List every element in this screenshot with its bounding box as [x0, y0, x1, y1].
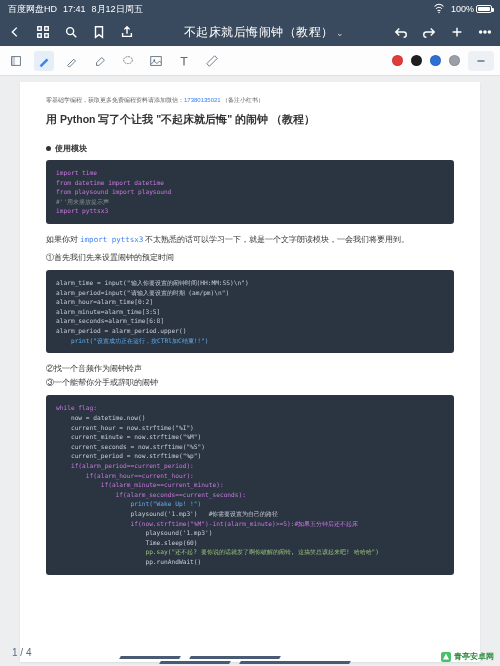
- image-tool-icon[interactable]: [146, 51, 166, 71]
- ruler-tool-icon[interactable]: [202, 51, 222, 71]
- more-icon[interactable]: [476, 23, 494, 41]
- step-2: ②找一个音频作为闹钟铃声: [46, 363, 454, 375]
- step-1: ①首先我们先来设置闹钟的预定时间: [46, 252, 454, 264]
- svg-point-0: [438, 12, 440, 14]
- search-icon[interactable]: [62, 23, 80, 41]
- svg-rect-2: [45, 27, 49, 31]
- grid-icon[interactable]: [34, 23, 52, 41]
- redo-button[interactable]: [420, 23, 438, 41]
- tab-tool-icon[interactable]: [6, 51, 26, 71]
- svg-point-6: [480, 31, 482, 33]
- step-3: ③一个能帮你分手或辞职的闹钟: [46, 377, 454, 389]
- pen-tool-icon[interactable]: [34, 51, 54, 71]
- doc-meta: 零基础学编程，获取更多免费编程资料请添加微信：17380135021 （备注小红…: [46, 96, 454, 105]
- svg-rect-3: [38, 34, 42, 38]
- battery-icon: [476, 5, 492, 13]
- undo-button[interactable]: [392, 23, 410, 41]
- add-button[interactable]: [448, 23, 466, 41]
- color-black[interactable]: [411, 55, 422, 66]
- page-viewport[interactable]: 零基础学编程，获取更多免费编程资料请添加微信：17380135021 （备注小红…: [0, 76, 500, 666]
- doc-heading: 用 Python 写了个让我 "不起床就后悔" 的闹钟 （教程）: [46, 113, 454, 127]
- color-red[interactable]: [392, 55, 403, 66]
- section-title-1: 使用模块: [46, 143, 454, 154]
- svg-point-7: [484, 31, 486, 33]
- app-name: 百度网盘HD: [8, 3, 57, 16]
- text-tool-icon[interactable]: [174, 51, 194, 71]
- wifi-icon: [433, 2, 445, 16]
- titlebar-left: [6, 23, 136, 41]
- code-block-3: while flag: now = datetime.now() current…: [46, 395, 454, 574]
- svg-rect-4: [45, 34, 49, 38]
- paragraph-1: 如果你对 import pyttsx3 不太熟悉的话可以学习一下，就是一个文字朗…: [46, 234, 454, 246]
- battery-pct: 100%: [451, 4, 474, 14]
- page-number: 1 / 4: [12, 647, 31, 658]
- svg-point-11: [124, 56, 133, 63]
- battery-indicator: 100%: [451, 4, 492, 14]
- share-icon[interactable]: [118, 23, 136, 41]
- svg-point-8: [488, 31, 490, 33]
- color-blue[interactable]: [430, 55, 441, 66]
- status-time: 17:41: [63, 4, 86, 14]
- lasso-tool-icon[interactable]: [118, 51, 138, 71]
- bookmark-icon[interactable]: [90, 23, 108, 41]
- code-block-2: alarm_time = input("输入你要设置的闹钟时间(HH:MM:SS…: [46, 270, 454, 353]
- color-gray[interactable]: [449, 55, 460, 66]
- eraser-tool-icon[interactable]: [90, 51, 110, 71]
- status-left: 百度网盘HD 17:41 8月12日周五: [8, 3, 143, 16]
- titlebar-right: [392, 23, 494, 41]
- status-bar: 百度网盘HD 17:41 8月12日周五 100%: [0, 0, 500, 18]
- title-bar: 不起床就后悔闹钟（教程）⌄: [0, 18, 500, 46]
- status-date: 8月12日周五: [92, 3, 143, 16]
- annotation-toolbar: [0, 46, 500, 76]
- svg-rect-1: [38, 27, 42, 31]
- status-right: 100%: [433, 2, 492, 16]
- document-title: 不起床就后悔闹钟（教程）⌄: [136, 24, 392, 41]
- svg-rect-10: [12, 56, 16, 65]
- highlighter-tool-icon[interactable]: [62, 51, 82, 71]
- watermark: 青亭安卓网: [441, 651, 494, 662]
- watermark-icon: [441, 652, 451, 662]
- back-button[interactable]: [6, 23, 24, 41]
- svg-point-5: [67, 28, 74, 35]
- minimize-tool-icon[interactable]: [468, 51, 494, 71]
- code-block-1: import time from datetime import datetim…: [46, 160, 454, 224]
- document-page: 零基础学编程，获取更多免费编程资料请添加微信：17380135021 （备注小红…: [20, 82, 480, 662]
